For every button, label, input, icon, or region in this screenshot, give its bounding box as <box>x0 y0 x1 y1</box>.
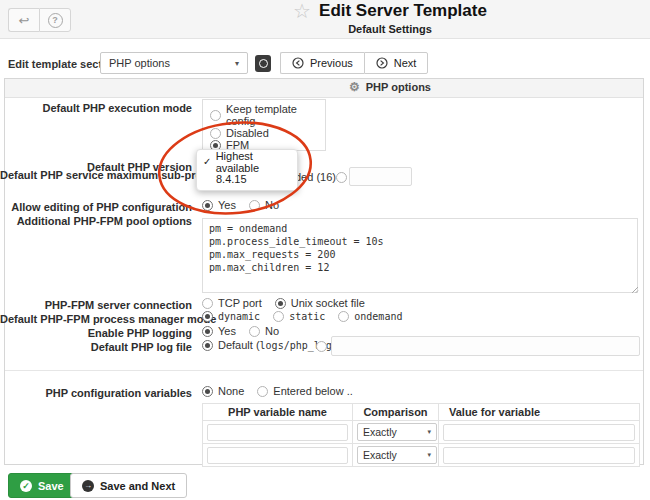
pm-mode-options: dynamic static ondemand <box>202 311 402 322</box>
back-icon: ↩ <box>19 13 30 28</box>
config-vars-option-none[interactable]: None <box>202 385 244 397</box>
allow-editing-options: Yes No <box>202 199 279 211</box>
fpm-connection-label: PHP-FPM server connection <box>0 299 192 311</box>
exec-mode-label: Default PHP execution mode <box>0 102 192 114</box>
version-menu-item-highest[interactable]: ✓ Highest available <box>197 153 297 170</box>
php-logging-yes-label: Yes <box>218 325 236 337</box>
config-vars-table: PHP variable name Comparison Value for v… <box>202 403 640 467</box>
col-header-comparison: Comparison <box>353 404 439 421</box>
panel-section-divider <box>5 370 643 371</box>
template-section-select[interactable]: PHP options ▾ <box>100 52 248 74</box>
variable-name-input-1[interactable] <box>207 424 348 441</box>
subprocesses-custom-input[interactable] <box>349 167 412 186</box>
config-vars-none-label: None <box>218 385 244 397</box>
save-button-label: Save <box>38 480 64 492</box>
version-menu-item-highest-label: Highest available <box>216 150 297 174</box>
panel-title-text: PHP options <box>366 81 431 93</box>
help-button[interactable]: ? <box>39 8 71 32</box>
page-title-block: ☆ Edit Server Template Default Settings <box>293 1 487 35</box>
variable-value-input-1[interactable] <box>443 424 635 441</box>
log-file-default-prefix: Default ( <box>218 339 260 351</box>
fpm-connection-tcp-label: TCP port <box>218 297 262 309</box>
save-and-next-button[interactable]: → Save and Next <box>70 473 187 498</box>
log-file-custom-input[interactable] <box>331 336 640 356</box>
php-logging-option-yes[interactable]: Yes <box>202 325 236 337</box>
variable-name-input-2[interactable] <box>207 447 348 464</box>
radio-icon <box>257 386 268 397</box>
pm-mode-dynamic-label: dynamic <box>218 311 260 322</box>
config-vars-option-entered[interactable]: Entered below .. <box>257 385 353 397</box>
version-menu-item-8415-label: 8.4.15 <box>216 173 247 185</box>
check-circle-icon: ✓ <box>20 480 32 492</box>
chevron-down-icon: ▾ <box>235 59 239 68</box>
col-header-value: Value for variable <box>439 404 640 421</box>
allow-editing-option-yes[interactable]: Yes <box>202 199 236 211</box>
panel-header-bar <box>5 79 643 98</box>
gear-icon: ⚙ <box>349 81 360 93</box>
radio-selected-icon <box>202 386 213 397</box>
previous-label: Previous <box>310 57 353 69</box>
allow-editing-no-label: No <box>265 199 279 211</box>
pm-mode-option-dynamic[interactable]: dynamic <box>202 311 260 322</box>
comparison-select-1[interactable]: Exactly ▾ <box>357 423 437 441</box>
pm-mode-option-ondemand[interactable]: ondemand <box>338 311 402 322</box>
pm-mode-option-static[interactable]: static <box>273 311 325 322</box>
favorite-star-icon[interactable]: ☆ <box>293 1 311 21</box>
config-vars-options: None Entered below .. <box>202 385 353 397</box>
php-version-dropdown-menu: ✓ Highest available 8.4.15 <box>196 149 298 191</box>
php-logging-no-label: No <box>265 325 279 337</box>
next-label: Next <box>394 57 417 69</box>
panel-title: ⚙ PHP options <box>349 81 431 93</box>
radio-icon <box>338 311 349 322</box>
radio-icon <box>273 311 284 322</box>
save-button[interactable]: ✓ Save <box>8 473 76 498</box>
comparison-value-2: Exactly <box>363 449 397 461</box>
table-row: Exactly ▾ <box>203 421 640 444</box>
previous-section-button[interactable]: Previous <box>280 52 364 74</box>
fpm-connection-socket-label: Unix socket file <box>291 297 365 309</box>
radio-selected-icon <box>202 326 213 337</box>
radio-icon <box>249 200 260 211</box>
doc-page-icon <box>259 59 268 68</box>
subprocesses-option-fragment: ded (16) <box>295 171 336 183</box>
col-header-variable-name: PHP variable name <box>203 404 353 421</box>
subprocesses-label: Default PHP service maximum sub-processe… <box>0 169 192 181</box>
header-button-group: ↩ ? <box>8 8 71 32</box>
pm-mode-ondemand-label: ondemand <box>354 311 402 322</box>
php-logging-label: Enable PHP logging <box>0 327 192 339</box>
pm-mode-static-label: static <box>289 311 325 322</box>
log-file-custom-radio[interactable] <box>316 341 327 352</box>
exec-mode-option-keep-label: Keep template config <box>226 103 318 127</box>
radio-icon <box>202 298 213 309</box>
fpm-connection-option-tcp[interactable]: TCP port <box>202 297 262 309</box>
variable-value-input-2[interactable] <box>443 447 635 464</box>
exec-mode-option-disabled[interactable]: Disabled <box>210 127 318 139</box>
next-section-button[interactable]: Next <box>364 52 429 74</box>
comparison-select-2[interactable]: Exactly ▾ <box>357 446 437 464</box>
radio-selected-icon <box>275 298 286 309</box>
table-row: Exactly ▾ <box>203 444 640 467</box>
exec-mode-option-keep[interactable]: Keep template config <box>210 103 318 127</box>
section-doc-button[interactable] <box>255 55 271 72</box>
radio-selected-icon <box>202 200 213 211</box>
config-vars-entered-label: Entered below .. <box>273 385 353 397</box>
pool-options-textarea[interactable]: pm = ondemand pm.process_idle_timeout = … <box>202 218 638 293</box>
fpm-connection-option-socket[interactable]: Unix socket file <box>275 297 365 309</box>
php-logging-option-no[interactable]: No <box>249 325 279 337</box>
chevron-down-icon: ▾ <box>427 428 431 436</box>
comparison-value-1: Exactly <box>363 426 397 438</box>
back-button[interactable]: ↩ <box>8 8 39 32</box>
help-icon: ? <box>48 13 63 28</box>
php-logging-options: Yes No <box>202 325 279 337</box>
circle-arrow-left-icon <box>292 57 304 69</box>
allow-editing-option-no[interactable]: No <box>249 199 279 211</box>
log-file-label: Default PHP log file <box>0 341 192 353</box>
radio-selected-icon <box>202 340 213 351</box>
radio-icon <box>210 110 221 121</box>
chevron-down-icon: ▾ <box>427 451 431 459</box>
subprocesses-custom-radio[interactable] <box>336 172 347 183</box>
page-subtitle: Default Settings <box>293 23 487 35</box>
save-and-next-label: Save and Next <box>100 480 175 492</box>
config-vars-label: PHP configuration variables <box>0 387 192 399</box>
pm-mode-label: Default PHP-FPM process manager mode <box>0 313 192 325</box>
